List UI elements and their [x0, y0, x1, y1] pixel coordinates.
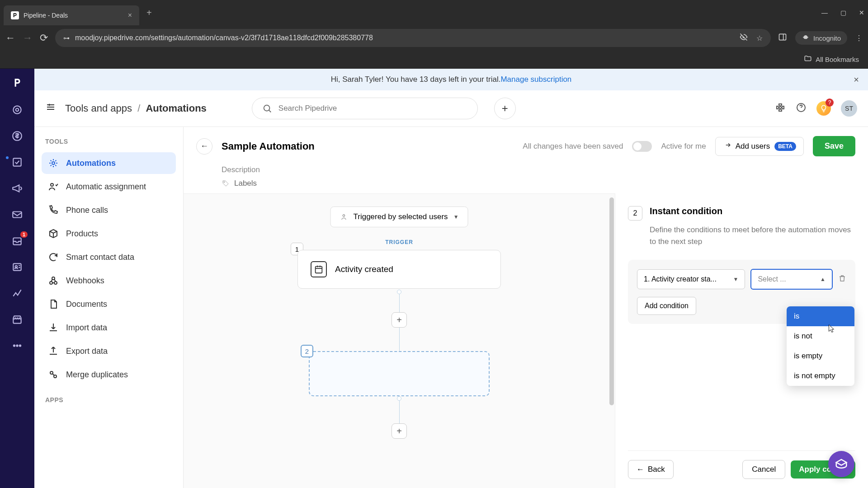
rail-dollar-icon[interactable] — [10, 129, 24, 143]
svg-point-21 — [50, 282, 52, 284]
automation-canvas[interactable]: Triggered by selected users ▼ TRIGGER 1 … — [184, 193, 615, 488]
add-step-button[interactable]: + — [392, 423, 407, 439]
breadcrumb-parent[interactable]: Tools and apps — [65, 103, 132, 114]
svg-line-17 — [269, 110, 271, 113]
tab-close-icon[interactable]: × — [128, 11, 132, 19]
active-toggle[interactable] — [632, 141, 652, 152]
sidebar-item-label: Phone calls — [66, 206, 108, 215]
scrollbar[interactable] — [609, 194, 615, 488]
labels-text: Labels — [234, 179, 257, 188]
breadcrumb: Tools and apps / Automations — [65, 103, 207, 114]
avatar[interactable]: ST — [841, 100, 857, 117]
extensions-icon[interactable] — [775, 102, 786, 115]
dropdown-option-is-not-empty[interactable]: is not empty — [787, 366, 854, 386]
dropdown-option-is-empty[interactable]: is empty — [787, 346, 854, 366]
url-text: moodjoy.pipedrive.com/settings/automatio… — [75, 34, 373, 42]
sidebar-item-products[interactable]: Products — [42, 223, 176, 244]
labels-field[interactable]: Labels — [222, 179, 855, 188]
cancel-button[interactable]: Cancel — [742, 460, 785, 479]
banner-close-icon[interactable]: × — [854, 75, 859, 85]
quick-add-button[interactable]: + — [494, 98, 516, 119]
add-condition-button[interactable]: Add condition — [637, 297, 696, 315]
svg-point-2 — [13, 106, 21, 113]
calendar-icon — [311, 261, 327, 277]
banner-text: Hi, Sarah Tyler! You have 13 days left i… — [331, 75, 501, 84]
description-field[interactable]: Description — [222, 165, 855, 174]
sidebar-item-webhooks[interactable]: Webhooks — [42, 270, 176, 291]
academy-fab[interactable] — [828, 451, 854, 477]
bookmark-star-icon[interactable]: ☆ — [756, 34, 763, 42]
back-button[interactable]: ← — [196, 138, 212, 155]
sidebar-item-auto-assignment[interactable]: Automatic assignment — [42, 176, 176, 197]
rail-target-icon[interactable] — [10, 103, 24, 117]
automation-title[interactable]: Sample Automation — [222, 141, 315, 152]
sidebar-item-label: Automatic assignment — [66, 182, 146, 192]
maximize-icon[interactable]: ▢ — [840, 9, 846, 16]
dropdown-option-is[interactable]: is — [787, 306, 854, 326]
manage-subscription-link[interactable]: Manage subscription — [500, 75, 571, 84]
trial-banner: Hi, Sarah Tyler! You have 13 days left i… — [34, 69, 868, 90]
panel-back-button[interactable]: ← Back — [628, 460, 674, 479]
all-bookmarks-link[interactable]: All Bookmarks — [816, 56, 859, 63]
minimize-icon[interactable]: — — [821, 9, 828, 16]
add-users-button[interactable]: Add users BETA — [715, 137, 804, 156]
sales-assistant-icon[interactable]: ? — [816, 101, 831, 116]
panel-footer: ← Back Cancel Apply cond... — [628, 450, 855, 488]
chevron-down-icon: ▼ — [453, 214, 459, 220]
help-icon[interactable] — [796, 102, 807, 115]
side-panel-icon[interactable] — [778, 33, 787, 43]
back-icon[interactable]: ← — [5, 32, 15, 44]
automation-header: ← Sample Automation All changes have bee… — [184, 127, 868, 165]
connector-line — [399, 294, 400, 312]
sidebar-item-label: Export data — [66, 347, 108, 356]
topbar: Tools and apps / Automations Search Pipe… — [34, 90, 868, 127]
sidebar-item-phone-calls[interactable]: Phone calls — [42, 199, 176, 221]
svg-point-3 — [16, 108, 19, 112]
sidebar-item-smart-contact[interactable]: Smart contact data — [42, 246, 176, 268]
rail-contacts-icon[interactable] — [10, 260, 24, 274]
rail-megaphone-icon[interactable] — [10, 182, 24, 195]
rail-insights-icon[interactable] — [10, 286, 24, 300]
rail-inbox-icon[interactable]: 1 — [10, 234, 24, 248]
url-bar[interactable]: ⊶ moodjoy.pipedrive.com/settings/automat… — [55, 29, 771, 47]
delete-condition-icon[interactable] — [838, 274, 846, 285]
app-logo[interactable] — [9, 75, 25, 90]
condition-operator-select[interactable]: Select ... ▲ — [750, 269, 833, 290]
condition-field-select[interactable]: 1. Activity creator sta... ▼ — [637, 269, 745, 289]
triggered-by-dropdown[interactable]: Triggered by selected users ▼ — [330, 206, 468, 227]
svg-point-20 — [51, 183, 53, 186]
sidebar-item-merge[interactable]: Merge duplicates — [42, 364, 176, 385]
panel-title: Instant condition — [650, 206, 722, 221]
rail-more-icon[interactable] — [10, 339, 24, 352]
sidebar-item-import[interactable]: Import data — [42, 317, 176, 338]
rail-checkbox-icon[interactable] — [10, 155, 24, 169]
collapse-sidebar-icon[interactable] — [45, 102, 56, 115]
trigger-text: Activity created — [335, 264, 393, 274]
browser-tab[interactable]: P Pipeline - Deals × — [4, 5, 139, 25]
sidebar-item-export[interactable]: Export data — [42, 340, 176, 362]
assistant-badge: ? — [826, 99, 834, 107]
rail-marketplace-icon[interactable] — [10, 313, 24, 326]
site-info-icon[interactable]: ⊶ — [63, 34, 70, 42]
rail-badge: 1 — [20, 231, 28, 238]
breadcrumb-current: Automations — [146, 103, 206, 114]
eye-off-icon[interactable] — [739, 33, 748, 43]
beta-badge: BETA — [774, 142, 796, 151]
add-step-button[interactable]: + — [392, 312, 407, 328]
dropdown-option-is-not[interactable]: is not — [787, 326, 854, 346]
chevron-down-icon: ▼ — [733, 276, 739, 282]
search-input[interactable]: Search Pipedrive — [252, 98, 478, 119]
close-window-icon[interactable]: ✕ — [859, 9, 864, 16]
new-tab-button[interactable]: + — [146, 8, 152, 18]
incognito-indicator[interactable]: Incognito — [795, 31, 847, 45]
sidebar-item-automations[interactable]: Automations — [42, 152, 176, 174]
save-button[interactable]: Save — [813, 136, 855, 156]
step-2-placeholder[interactable]: 2 — [309, 351, 490, 396]
browser-menu-icon[interactable]: ⋮ — [855, 34, 863, 42]
rail-mail-icon[interactable] — [10, 208, 24, 221]
nav-rail: 1 — [0, 69, 34, 488]
search-placeholder: Search Pipedrive — [278, 104, 337, 113]
reload-icon[interactable]: ⟳ — [40, 32, 48, 44]
sidebar-item-documents[interactable]: Documents — [42, 293, 176, 315]
trigger-card[interactable]: Activity created — [297, 250, 501, 289]
